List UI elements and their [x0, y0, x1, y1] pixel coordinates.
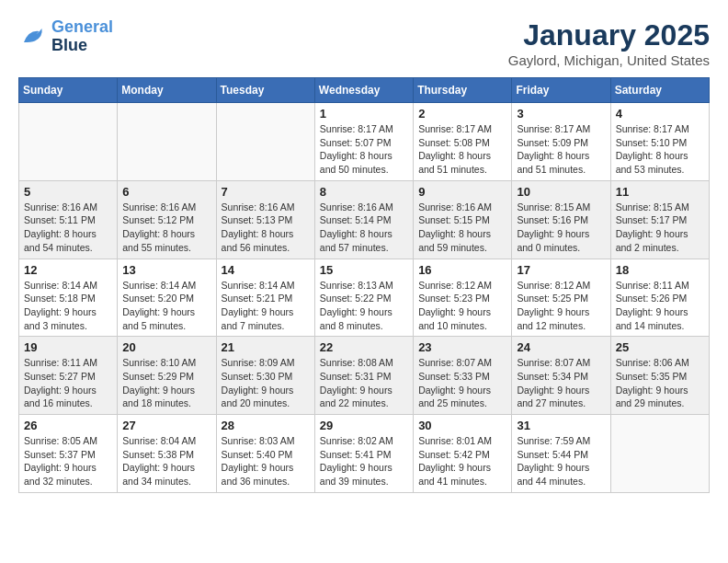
- calendar-cell: 11Sunrise: 8:15 AM Sunset: 5:17 PM Dayli…: [610, 180, 709, 259]
- calendar-cell: 21Sunrise: 8:09 AM Sunset: 5:30 PM Dayli…: [216, 337, 314, 415]
- day-number: 31: [517, 419, 605, 432]
- calendar-cell: 1Sunrise: 8:17 AM Sunset: 5:07 PM Daylig…: [314, 103, 413, 181]
- calendar-cell: 30Sunrise: 8:01 AM Sunset: 5:42 PM Dayli…: [414, 415, 512, 493]
- calendar-cell: 13Sunrise: 8:14 AM Sunset: 5:20 PM Dayli…: [118, 259, 216, 337]
- day-info: Sunrise: 8:06 AM Sunset: 5:35 PM Dayligh…: [616, 356, 704, 410]
- day-number: 4: [616, 107, 704, 121]
- day-number: 12: [24, 263, 112, 277]
- day-number: 21: [222, 340, 310, 354]
- calendar-cell: 29Sunrise: 8:02 AM Sunset: 5:41 PM Dayli…: [314, 415, 413, 493]
- day-number: 1: [320, 107, 408, 121]
- day-number: 11: [616, 185, 704, 199]
- calendar-cell: 5Sunrise: 8:16 AM Sunset: 5:11 PM Daylig…: [19, 180, 118, 259]
- calendar-week-row: 19Sunrise: 8:11 AM Sunset: 5:27 PM Dayli…: [19, 337, 710, 415]
- weekday-header-friday: Friday: [512, 78, 610, 103]
- day-info: Sunrise: 8:13 AM Sunset: 5:22 PM Dayligh…: [320, 279, 408, 333]
- day-number: 7: [222, 185, 310, 199]
- day-info: Sunrise: 8:11 AM Sunset: 5:26 PM Dayligh…: [616, 279, 704, 333]
- day-info: Sunrise: 8:10 AM Sunset: 5:29 PM Dayligh…: [122, 356, 210, 410]
- day-info: Sunrise: 7:59 AM Sunset: 5:44 PM Dayligh…: [517, 434, 605, 488]
- day-number: 8: [320, 185, 408, 199]
- day-info: Sunrise: 8:05 AM Sunset: 5:37 PM Dayligh…: [24, 434, 112, 488]
- logo: GeneralBlue: [18, 18, 113, 55]
- day-info: Sunrise: 8:14 AM Sunset: 5:18 PM Dayligh…: [24, 279, 112, 333]
- day-info: Sunrise: 8:16 AM Sunset: 5:13 PM Dayligh…: [222, 201, 310, 255]
- calendar-cell: 18Sunrise: 8:11 AM Sunset: 5:26 PM Dayli…: [610, 259, 709, 337]
- location: Gaylord, Michigan, United States: [508, 52, 710, 68]
- day-info: Sunrise: 8:15 AM Sunset: 5:16 PM Dayligh…: [517, 201, 605, 255]
- calendar-cell: 28Sunrise: 8:03 AM Sunset: 5:40 PM Dayli…: [216, 415, 314, 493]
- day-number: 23: [418, 340, 506, 354]
- calendar-cell: 31Sunrise: 7:59 AM Sunset: 5:44 PM Dayli…: [512, 415, 610, 493]
- calendar-cell: 3Sunrise: 8:17 AM Sunset: 5:09 PM Daylig…: [512, 103, 610, 181]
- calendar-cell: 17Sunrise: 8:12 AM Sunset: 5:25 PM Dayli…: [512, 259, 610, 337]
- day-info: Sunrise: 8:11 AM Sunset: 5:27 PM Dayligh…: [24, 356, 112, 410]
- day-info: Sunrise: 8:17 AM Sunset: 5:10 PM Dayligh…: [616, 122, 704, 177]
- day-number: 2: [418, 107, 506, 121]
- calendar-cell: 4Sunrise: 8:17 AM Sunset: 5:10 PM Daylig…: [610, 103, 709, 181]
- day-number: 5: [24, 185, 112, 199]
- day-info: Sunrise: 8:16 AM Sunset: 5:11 PM Dayligh…: [24, 201, 112, 255]
- day-number: 9: [418, 185, 506, 199]
- day-number: 19: [24, 340, 112, 354]
- calendar-week-row: 26Sunrise: 8:05 AM Sunset: 5:37 PM Dayli…: [19, 415, 710, 493]
- day-number: 29: [320, 419, 408, 432]
- day-info: Sunrise: 8:16 AM Sunset: 5:14 PM Dayligh…: [320, 201, 408, 255]
- calendar-cell: 9Sunrise: 8:16 AM Sunset: 5:15 PM Daylig…: [414, 180, 512, 259]
- day-number: 18: [616, 263, 704, 277]
- logo-name: GeneralBlue: [51, 18, 113, 55]
- calendar-cell: 16Sunrise: 8:12 AM Sunset: 5:23 PM Dayli…: [414, 259, 512, 337]
- calendar-cell: 24Sunrise: 8:07 AM Sunset: 5:34 PM Dayli…: [512, 337, 610, 415]
- page-header: GeneralBlue January 2025 Gaylord, Michig…: [18, 18, 710, 68]
- day-number: 26: [24, 419, 112, 432]
- calendar-week-row: 12Sunrise: 8:14 AM Sunset: 5:18 PM Dayli…: [19, 259, 710, 337]
- calendar-cell: 27Sunrise: 8:04 AM Sunset: 5:38 PM Dayli…: [118, 415, 216, 493]
- calendar-cell: 23Sunrise: 8:07 AM Sunset: 5:33 PM Dayli…: [414, 337, 512, 415]
- day-info: Sunrise: 8:02 AM Sunset: 5:41 PM Dayligh…: [320, 434, 408, 488]
- calendar-cell: 6Sunrise: 8:16 AM Sunset: 5:12 PM Daylig…: [118, 180, 216, 259]
- calendar-cell: [610, 415, 709, 493]
- day-info: Sunrise: 8:07 AM Sunset: 5:34 PM Dayligh…: [517, 356, 605, 410]
- calendar-cell: 7Sunrise: 8:16 AM Sunset: 5:13 PM Daylig…: [216, 180, 314, 259]
- calendar-cell: 8Sunrise: 8:16 AM Sunset: 5:14 PM Daylig…: [314, 180, 413, 259]
- day-number: 16: [418, 263, 506, 277]
- calendar-table: SundayMondayTuesdayWednesdayThursdayFrid…: [18, 77, 710, 493]
- calendar-cell: [19, 103, 118, 181]
- calendar-cell: [216, 103, 314, 181]
- calendar-cell: 2Sunrise: 8:17 AM Sunset: 5:08 PM Daylig…: [414, 103, 512, 181]
- day-number: 27: [122, 419, 210, 432]
- weekday-header-saturday: Saturday: [610, 78, 709, 103]
- day-number: 22: [320, 340, 408, 354]
- calendar-cell: [118, 103, 216, 181]
- day-info: Sunrise: 8:16 AM Sunset: 5:15 PM Dayligh…: [418, 201, 506, 255]
- calendar-cell: 20Sunrise: 8:10 AM Sunset: 5:29 PM Dayli…: [118, 337, 216, 415]
- day-number: 15: [320, 263, 408, 277]
- day-info: Sunrise: 8:12 AM Sunset: 5:23 PM Dayligh…: [418, 279, 506, 333]
- day-info: Sunrise: 8:14 AM Sunset: 5:21 PM Dayligh…: [222, 279, 310, 333]
- weekday-header-sunday: Sunday: [19, 78, 118, 103]
- calendar-cell: 15Sunrise: 8:13 AM Sunset: 5:22 PM Dayli…: [314, 259, 413, 337]
- day-number: 28: [222, 419, 310, 432]
- calendar-cell: 14Sunrise: 8:14 AM Sunset: 5:21 PM Dayli…: [216, 259, 314, 337]
- calendar-week-row: 5Sunrise: 8:16 AM Sunset: 5:11 PM Daylig…: [19, 180, 710, 259]
- logo-bird-icon: [18, 23, 46, 51]
- title-block: January 2025 Gaylord, Michigan, United S…: [508, 18, 710, 68]
- day-info: Sunrise: 8:17 AM Sunset: 5:09 PM Dayligh…: [517, 122, 605, 177]
- calendar-cell: 12Sunrise: 8:14 AM Sunset: 5:18 PM Dayli…: [19, 259, 118, 337]
- day-number: 20: [122, 340, 210, 354]
- weekday-header-thursday: Thursday: [414, 78, 512, 103]
- day-number: 10: [517, 185, 605, 199]
- calendar-cell: 10Sunrise: 8:15 AM Sunset: 5:16 PM Dayli…: [512, 180, 610, 259]
- day-info: Sunrise: 8:01 AM Sunset: 5:42 PM Dayligh…: [418, 434, 506, 488]
- weekday-header-monday: Monday: [118, 78, 216, 103]
- calendar-week-row: 1Sunrise: 8:17 AM Sunset: 5:07 PM Daylig…: [19, 103, 710, 181]
- day-number: 13: [122, 263, 210, 277]
- day-info: Sunrise: 8:17 AM Sunset: 5:07 PM Dayligh…: [320, 122, 408, 177]
- day-info: Sunrise: 8:08 AM Sunset: 5:31 PM Dayligh…: [320, 356, 408, 410]
- day-number: 30: [418, 419, 506, 432]
- weekday-header-tuesday: Tuesday: [216, 78, 314, 103]
- calendar-cell: 26Sunrise: 8:05 AM Sunset: 5:37 PM Dayli…: [19, 415, 118, 493]
- day-info: Sunrise: 8:04 AM Sunset: 5:38 PM Dayligh…: [122, 434, 210, 488]
- day-info: Sunrise: 8:17 AM Sunset: 5:08 PM Dayligh…: [418, 122, 506, 177]
- month-title: January 2025: [508, 18, 710, 52]
